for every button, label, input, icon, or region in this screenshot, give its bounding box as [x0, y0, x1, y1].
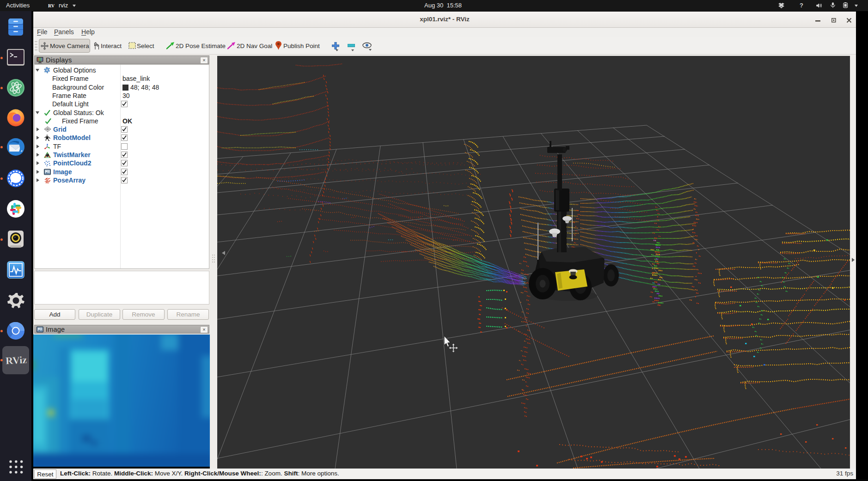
svg-text:RViz: RViz — [5, 354, 27, 366]
svg-text:RV: RV — [48, 3, 55, 8]
